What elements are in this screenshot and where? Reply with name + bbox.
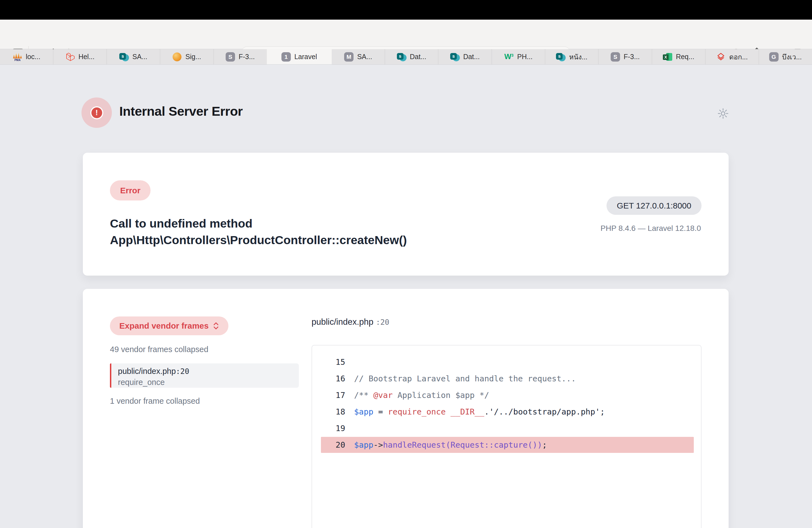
expand-vendor-frames-button[interactable]: Expand vendor frames (110, 317, 228, 335)
vendor-frame-collapsed-label: 1 vendor frame collapsed (110, 397, 200, 406)
request-badge: GET 127.0.0.1:8000 (607, 196, 701, 215)
laravel-icon (66, 52, 75, 62)
expand-chevrons-icon (213, 322, 219, 330)
sharepoint-icon: s (119, 52, 129, 62)
code-snippet: 15 16 // Bootstrap Laravel and handle th… (311, 345, 701, 528)
code-line: 16 // Bootstrap Laravel and handle the r… (312, 370, 701, 387)
browser-tab[interactable]: S F-3... (598, 49, 652, 64)
browser-tab[interactable]: PMA loc... (0, 49, 53, 64)
vendor-frames-collapsed-label: 49 vendor frames collapsed (110, 345, 208, 354)
sharepoint-icon: s (556, 52, 565, 62)
browser-tab[interactable]: S F-3... (214, 49, 267, 64)
laravel-error-page: ! Internal Server Error Error Call to un… (0, 65, 812, 528)
browser-tab[interactable]: s Dat... (385, 49, 438, 64)
phpmyadmin-icon: PMA (13, 52, 22, 62)
browser-tab[interactable]: ดอก... (706, 49, 759, 64)
stack-frame-item[interactable]: public/index.php:20 require_once (110, 363, 299, 388)
menu-bar-black (0, 0, 812, 19)
error-summary-card: Error Call to undefined method App\Http\… (83, 153, 729, 276)
browser-tab[interactable]: X Req... (652, 49, 706, 64)
letter-badge-icon: 1 (281, 52, 291, 62)
w3schools-icon: W3 (504, 52, 514, 62)
browser-tab[interactable]: s หนัง... (545, 49, 598, 64)
runtime-versions: PHP 8.4.6 — Laravel 12.18.0 (600, 224, 701, 233)
excel-icon: X (663, 52, 672, 62)
error-type-badge: Error (110, 180, 150, 201)
browser-toolbar: 127.0.0.1 A (0, 19, 812, 49)
red-chevrons-icon (716, 52, 726, 62)
sharepoint-icon: s (397, 52, 406, 62)
code-line-highlighted: 20 $app->handleRequest(Request::capture(… (312, 437, 701, 453)
frame-file: public/index.php:20 (118, 367, 299, 376)
page-title: Internal Server Error (119, 104, 243, 119)
code-file-header: public/index.php :20 (311, 317, 389, 327)
code-line: 18 $app = require_once __DIR__.'/../boot… (312, 404, 701, 420)
browser-tab[interactable]: W3 PH... (492, 49, 545, 64)
browser-tab[interactable]: G บึงเว... (759, 49, 812, 64)
stack-trace-card: Expand vendor frames 49 vendor frames co… (83, 289, 729, 528)
browser-tab[interactable]: s Dat... (438, 49, 492, 64)
alert-icon: ! (82, 98, 112, 128)
browser-tab[interactable]: Hel... (53, 49, 106, 64)
browser-tab[interactable]: s SA... (107, 49, 160, 64)
browser-tab[interactable]: Sig... (160, 49, 214, 64)
letter-badge-icon: G (769, 52, 779, 62)
browser-tab-active[interactable]: 1 Laravel (267, 49, 332, 64)
tab-strip: PMA loc... Hel... s SA... Sig... S F-3..… (0, 49, 812, 64)
letter-badge-icon: S (226, 52, 235, 62)
frame-method: require_once (118, 378, 299, 387)
browser-tab[interactable]: M SA... (332, 49, 385, 64)
orange-site-icon (172, 52, 182, 62)
letter-badge-icon: S (611, 52, 620, 62)
sun-icon[interactable] (717, 108, 729, 119)
letter-badge-icon: M (344, 52, 353, 62)
error-message: Call to undefined method App\Http\Contro… (110, 215, 513, 248)
code-line: 17 /** @var Application $app */ (312, 387, 701, 404)
code-line: 19 (312, 420, 701, 437)
code-line: 15 (312, 354, 701, 370)
sharepoint-icon: s (450, 52, 460, 62)
